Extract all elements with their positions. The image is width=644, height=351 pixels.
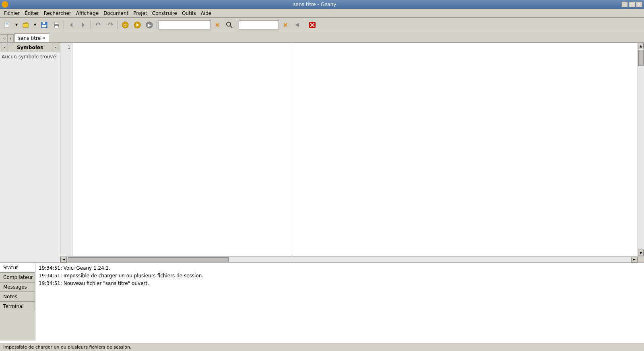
- svg-marker-27: [295, 23, 299, 27]
- new-dropdown[interactable]: ▼: [14, 20, 19, 30]
- hscroll-right-button[interactable]: ►: [631, 257, 638, 262]
- editor-vscroll[interactable]: ▲ ▼: [638, 43, 644, 256]
- vscroll-down-button[interactable]: ▼: [638, 250, 644, 256]
- menu-fichier[interactable]: Fichier: [2, 10, 22, 17]
- svg-text:▶: ▶: [148, 23, 151, 28]
- exit-button[interactable]: [307, 20, 318, 30]
- svg-marker-4: [23, 23, 27, 23]
- svg-rect-10: [55, 26, 58, 28]
- nav-next-button[interactable]: [78, 20, 89, 30]
- menu-rechercher[interactable]: Rechercher: [41, 10, 74, 17]
- tab-messages[interactable]: Messages: [0, 282, 35, 292]
- replace-input[interactable]: [239, 21, 279, 29]
- svg-marker-12: [82, 23, 85, 27]
- app-icon: [2, 1, 8, 8]
- log-line-2: 19:34:51: Impossible de charger un ou pl…: [39, 272, 641, 280]
- tab-label: sans titre: [18, 35, 41, 41]
- tab-next-button[interactable]: ›: [7, 34, 14, 42]
- open-dropdown[interactable]: ▼: [32, 20, 38, 30]
- vscroll-up-button[interactable]: ▲: [638, 43, 644, 49]
- editor-vertical-divider: [292, 43, 292, 256]
- separator-5: [237, 21, 237, 29]
- menu-aide[interactable]: Aide: [198, 10, 214, 17]
- title-bar: sans titre - Geany ─ □ ✕: [0, 0, 644, 9]
- separator-6: [305, 21, 305, 29]
- menu-projet[interactable]: Projet: [131, 10, 149, 17]
- separator-4: [157, 21, 157, 29]
- tab-prev-button[interactable]: ‹: [1, 34, 7, 42]
- redo-button[interactable]: [105, 20, 116, 30]
- tab-close-button[interactable]: ✕: [42, 36, 45, 40]
- tab-bar: ‹ › sans titre ✕: [0, 32, 644, 43]
- sidebar-prev-button[interactable]: ‹: [2, 44, 8, 51]
- editor-inner: 1 ▲ ▼: [60, 43, 644, 256]
- tab-terminal[interactable]: Terminal: [0, 301, 35, 311]
- separator-1: [64, 21, 64, 29]
- editor-container: ‹ Symboles › Aucun symbole trouvé 1 ▲: [0, 43, 644, 262]
- tab-statut[interactable]: Statut: [0, 263, 35, 273]
- svg-line-24: [230, 26, 232, 28]
- tab-sans-titre[interactable]: sans titre ✕: [14, 33, 49, 42]
- bottom-content: 19:34:51: Voici Geany 1.24.1. 19:34:51: …: [35, 263, 644, 341]
- minimize-button[interactable]: ─: [621, 2, 628, 7]
- svg-point-23: [227, 22, 231, 26]
- maximize-button[interactable]: □: [629, 2, 635, 7]
- sidebar-content: Aucun symbole trouvé: [0, 52, 60, 262]
- hscroll-track[interactable]: [67, 257, 631, 262]
- compile-button[interactable]: ⚙: [120, 20, 131, 30]
- replace-area: [239, 20, 303, 30]
- svg-text:⚙: ⚙: [124, 23, 127, 27]
- svg-rect-7: [42, 25, 46, 27]
- search-clear-button[interactable]: [212, 20, 223, 30]
- separator-3: [118, 21, 118, 29]
- code-area[interactable]: [72, 43, 638, 256]
- build-button[interactable]: [132, 20, 143, 30]
- svg-rect-9: [55, 22, 58, 24]
- bottom-tab-sidebar: Statut Compilateur Messages Notes Termin…: [0, 263, 35, 341]
- sidebar-header: ‹ Symboles ›: [0, 43, 60, 52]
- menu-construire[interactable]: Construire: [150, 10, 180, 17]
- replace-clear-button[interactable]: [280, 20, 291, 30]
- tab-notes[interactable]: Notes: [0, 292, 35, 301]
- bottom-panel: Statut Compilateur Messages Notes Termin…: [0, 262, 644, 343]
- tab-compilateur[interactable]: Compilateur: [0, 273, 35, 282]
- nav-prev-button[interactable]: [66, 20, 77, 30]
- log-line-3: 19:34:51: Nouveau fichier "sans titre" o…: [39, 280, 641, 287]
- toolbar: ▼ ▼ ⚙ ▶: [0, 18, 644, 32]
- menu-outils[interactable]: Outils: [180, 10, 198, 17]
- print-button[interactable]: [51, 20, 62, 30]
- code-editor: 1 ▲ ▼ ◄ ►: [60, 43, 644, 262]
- window-title: sans titre - Geany: [8, 2, 621, 7]
- separator-2: [91, 21, 91, 29]
- vscroll-track[interactable]: [638, 49, 644, 250]
- window-controls: ─ □ ✕: [621, 2, 644, 7]
- new-button[interactable]: [2, 20, 13, 30]
- vscroll-thumb[interactable]: [638, 50, 644, 66]
- run-button[interactable]: ▶: [144, 20, 155, 30]
- menu-affichage[interactable]: Affichage: [74, 10, 101, 17]
- search-input[interactable]: [159, 21, 211, 29]
- undo-button[interactable]: [93, 20, 104, 30]
- sidebar-title: Symboles: [17, 45, 43, 50]
- close-button[interactable]: ✕: [636, 2, 642, 7]
- svg-rect-3: [23, 23, 28, 27]
- replace-go-button[interactable]: [292, 20, 303, 30]
- save-button[interactable]: [39, 20, 50, 30]
- open-button[interactable]: [20, 20, 31, 30]
- line-numbers: 1: [60, 43, 72, 256]
- main-content: ‹ › sans titre ✕ ‹ Symboles › Aucun symb…: [0, 32, 644, 343]
- hscroll-thumb[interactable]: [68, 257, 229, 262]
- log-line-1: 19:34:51: Voici Geany 1.24.1.: [39, 264, 641, 272]
- menu-bar: Fichier Éditer Rechercher Affichage Docu…: [0, 9, 644, 18]
- menu-document[interactable]: Document: [101, 10, 131, 17]
- menu-editer[interactable]: Éditer: [22, 10, 41, 17]
- sidebar-next-button[interactable]: ›: [52, 44, 58, 51]
- search-find-button[interactable]: [224, 20, 235, 30]
- line-number-1: 1: [62, 44, 70, 50]
- svg-rect-6: [43, 22, 45, 24]
- sidebar: ‹ Symboles › Aucun symbole trouvé: [0, 43, 60, 262]
- status-message: Impossible de charger un ou plusieurs fi…: [3, 345, 132, 350]
- bottom-layout: Statut Compilateur Messages Notes Termin…: [0, 263, 644, 341]
- hscroll-left-button[interactable]: ◄: [60, 257, 67, 262]
- svg-rect-0: [5, 22, 9, 27]
